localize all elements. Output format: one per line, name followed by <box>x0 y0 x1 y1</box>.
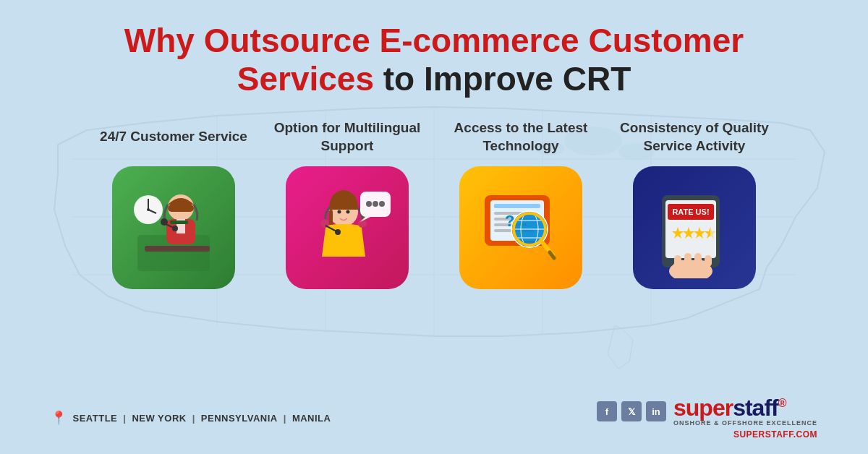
customer-service-icon <box>123 177 224 278</box>
location-newyork: NEW YORK <box>132 413 186 424</box>
location-pennsylvania: PENNSYLVANIA <box>201 413 278 424</box>
card-image-3: ? <box>459 166 582 289</box>
multilingual-support-icon <box>297 177 398 278</box>
svg-rect-68 <box>674 255 681 268</box>
svg-rect-70 <box>694 253 702 266</box>
svg-rect-18 <box>168 205 194 212</box>
logo-staff: staff <box>733 395 778 421</box>
card-image-4: RATE US! <box>633 166 756 289</box>
logo-tagline: ONSHORE & OFFSHORE EXCELLENCE <box>673 419 817 427</box>
svg-rect-71 <box>705 255 712 267</box>
card-customer-service: 24/7 Customer Service <box>94 119 253 289</box>
twitter-icon[interactable]: 𝕏 <box>621 401 642 421</box>
card-image-1 <box>112 166 235 289</box>
card-label-3: Access to the Latest Technology <box>441 119 600 156</box>
card-label-1: 24/7 Customer Service <box>100 119 247 156</box>
logo-super: super <box>673 395 733 421</box>
quality-service-icon: RATE US! <box>644 177 745 278</box>
location-pin-icon: 📍 <box>51 410 67 426</box>
title-red-1: Why Outsource E-commerce Customer <box>124 22 744 59</box>
svg-point-38 <box>373 201 378 207</box>
svg-point-23 <box>172 226 178 231</box>
svg-text:RATE US!: RATE US! <box>672 207 709 216</box>
svg-point-34 <box>335 229 341 235</box>
card-quality: Consistency of Quality Service Activity … <box>615 119 774 289</box>
superstaff-logo: superstaff® ONSHORE & OFFSHORE EXCELLENC… <box>673 396 817 427</box>
svg-point-37 <box>366 201 372 207</box>
social-and-logo: f 𝕏 in superstaff® ONSHORE & OFFSHORE EX… <box>597 396 817 427</box>
card-label-4: Consistency of Quality Service Activity <box>615 119 774 156</box>
logo-reg: ® <box>778 397 786 409</box>
card-technology: Access to the Latest Technology <box>441 119 600 289</box>
title-section: Why Outsource E-commerce Customer Servic… <box>124 22 744 98</box>
main-container: Why Outsource E-commerce Customer Servic… <box>0 0 868 454</box>
logo-url[interactable]: SUPERSTAFF.COM <box>733 429 817 440</box>
svg-rect-42 <box>494 204 540 208</box>
svg-rect-25 <box>170 220 188 224</box>
social-icons: f 𝕏 in <box>597 401 666 421</box>
footer-row: 📍 SEATTLE | NEW YORK | PENNSYLVANIA | MA… <box>43 396 825 440</box>
brand-section: f 𝕏 in superstaff® ONSHORE & OFFSHORE EX… <box>597 396 817 440</box>
title-line2: Services to Improve CRT <box>124 60 744 98</box>
location-seattle: SEATTLE <box>73 413 118 424</box>
title-dark-2: to Improve CRT <box>374 60 631 98</box>
divider-3: | <box>284 413 286 424</box>
divider-1: | <box>123 413 126 424</box>
logo-main-text: superstaff® <box>673 396 786 419</box>
svg-point-29 <box>338 210 341 213</box>
title-red-2: Services <box>237 60 374 98</box>
svg-rect-69 <box>684 253 692 266</box>
title-line1: Why Outsource E-commerce Customer <box>124 22 744 60</box>
svg-point-30 <box>346 210 350 213</box>
card-multilingual: Option for Multilingual Support <box>268 119 427 289</box>
location-info: 📍 SEATTLE | NEW YORK | PENNSYLVANIA | MA… <box>51 410 331 426</box>
linkedin-icon[interactable]: in <box>646 401 666 421</box>
cards-row: 24/7 Customer Service <box>43 119 825 289</box>
card-label-2: Option for Multilingual Support <box>268 119 427 156</box>
technology-icon: ? <box>470 177 571 278</box>
divider-2: | <box>192 413 195 424</box>
svg-rect-24 <box>145 246 210 252</box>
location-manila: MANILA <box>292 413 331 424</box>
facebook-icon[interactable]: f <box>597 401 617 421</box>
card-image-2 <box>286 166 409 289</box>
svg-point-39 <box>379 201 385 207</box>
